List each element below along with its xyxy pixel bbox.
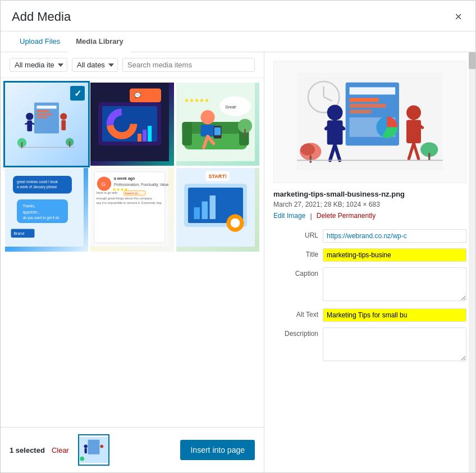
selected-check: ✓ <box>70 86 85 101</box>
selected-thumbnail <box>78 434 109 466</box>
svg-point-83 <box>100 445 103 448</box>
svg-rect-109 <box>310 156 312 163</box>
svg-rect-76 <box>234 228 236 232</box>
tab-upload[interactable]: Upload Files <box>12 31 68 52</box>
date-filter[interactable]: All dates <box>72 58 118 72</box>
modal-body: All media ite All dates <box>1 52 475 472</box>
detail-scrollbar-track[interactable] <box>469 52 475 472</box>
svg-text:enough great things about this: enough great things about this company <box>97 197 153 200</box>
edit-image-link[interactable]: Edit Image <box>273 212 305 220</box>
svg-rect-80 <box>88 440 100 454</box>
selected-count: 1 selected <box>10 446 45 454</box>
svg-rect-2 <box>37 110 49 112</box>
media-item-5[interactable]: G a week ago Professionalism, Punctualit… <box>90 168 173 251</box>
svg-point-102 <box>406 105 421 120</box>
svg-rect-78 <box>240 222 244 224</box>
filter-bar: All media ite All dates <box>1 52 264 78</box>
svg-rect-92 <box>350 104 386 108</box>
svg-rect-77 <box>226 222 230 224</box>
description-label: Description <box>273 328 318 338</box>
svg-point-84 <box>80 457 84 461</box>
svg-rect-33 <box>200 125 214 137</box>
url-field[interactable] <box>323 229 466 243</box>
detail-filename: marketing-tips-small-business-nz.png <box>273 190 466 198</box>
svg-text:START!: START! <box>208 174 227 180</box>
svg-rect-90 <box>350 87 395 94</box>
svg-rect-4 <box>37 116 48 118</box>
caption-row: Caption <box>273 267 466 303</box>
media-grid: ✓ <box>1 78 264 427</box>
description-row: Description <box>273 328 466 363</box>
insert-button[interactable]: Insert into page <box>180 440 255 460</box>
svg-rect-6 <box>28 121 33 131</box>
svg-point-108 <box>300 144 315 156</box>
media-item-6[interactable]: START! <box>176 168 259 251</box>
url-label: URL <box>273 229 318 239</box>
svg-text:appointm...: appointm... <box>23 210 40 215</box>
media-item-3[interactable]: ★★★★★ Great! <box>176 83 259 166</box>
svg-point-96 <box>327 105 343 121</box>
svg-text:a week ago: a week ago <box>114 176 135 181</box>
svg-rect-68 <box>194 207 200 219</box>
svg-text:based on...: based on... <box>125 192 141 195</box>
detail-scroll: marketing-tips-small-business-nz.png Mar… <box>264 52 475 472</box>
media-item-4[interactable]: great reviews could I book a week of Jan… <box>5 168 88 251</box>
svg-rect-91 <box>350 98 379 102</box>
url-field-container <box>323 229 466 243</box>
svg-rect-1 <box>37 106 57 109</box>
title-field-container <box>323 248 466 262</box>
svg-rect-111 <box>428 153 430 160</box>
svg-rect-93 <box>350 110 372 113</box>
title-field[interactable] <box>323 248 466 262</box>
svg-rect-10 <box>62 120 66 130</box>
svg-text:★★★★★: ★★★★★ <box>184 97 209 103</box>
svg-text:💬: 💬 <box>135 92 142 99</box>
clear-link[interactable]: Clear <box>52 446 69 454</box>
svg-rect-70 <box>209 195 216 219</box>
svg-text:Brand: Brand <box>13 231 24 235</box>
svg-rect-75 <box>234 215 236 219</box>
media-item-1[interactable]: ✓ <box>5 83 88 166</box>
caption-field-container <box>323 267 466 303</box>
svg-rect-37 <box>214 128 221 135</box>
detail-panel: marketing-tips-small-business-nz.png Mar… <box>264 52 475 472</box>
media-type-filter[interactable]: All media ite <box>10 58 67 72</box>
svg-text:do you want to get it do: do you want to get it do <box>23 216 60 220</box>
close-button[interactable]: × <box>452 11 464 23</box>
svg-text:say it is impossible to remove: say it is impossible to remove it. Extre… <box>97 202 162 205</box>
caption-label: Caption <box>273 267 318 278</box>
alt-text-label: Alt Text <box>273 308 318 319</box>
description-field[interactable] <box>323 328 466 361</box>
caption-field[interactable] <box>323 267 466 301</box>
description-field-container <box>323 328 466 363</box>
detail-image-preview <box>273 61 466 183</box>
svg-point-74 <box>230 219 240 228</box>
search-input[interactable] <box>122 58 255 72</box>
url-row: URL <box>273 229 466 243</box>
detail-actions: Edit Image | Delete Permanently <box>273 212 466 220</box>
alt-text-row: Alt Text <box>273 308 466 322</box>
tab-library[interactable]: Media Library <box>68 31 131 52</box>
detail-meta: March 27, 2021; 28 KB; 1024 × 683 <box>273 201 466 208</box>
title-label: Title <box>273 248 318 258</box>
svg-text:a week of January please: a week of January please <box>17 185 57 190</box>
svg-point-9 <box>60 113 67 120</box>
svg-text:G: G <box>102 181 106 188</box>
title-row: Title <box>273 248 466 262</box>
svg-rect-30 <box>182 122 192 145</box>
alt-text-field-container <box>323 308 466 322</box>
alt-text-field[interactable] <box>323 308 466 322</box>
detail-scrollbar-thumb[interactable] <box>469 52 475 69</box>
svg-point-5 <box>26 113 33 120</box>
modal-title: Add Media <box>12 10 71 24</box>
svg-point-21 <box>116 117 128 130</box>
tabs-bar: Upload Files Media Library <box>1 31 475 52</box>
svg-rect-23 <box>143 130 147 142</box>
delete-permanently-link[interactable]: Delete Permanently <box>317 212 376 220</box>
media-item-2[interactable]: 💬 <box>90 83 173 166</box>
svg-rect-42 <box>244 129 246 137</box>
modal-header: Add Media × <box>1 1 475 31</box>
add-media-modal: Add Media × Upload Files Media Library A… <box>0 0 476 473</box>
svg-point-81 <box>84 444 88 448</box>
svg-rect-69 <box>202 202 208 220</box>
